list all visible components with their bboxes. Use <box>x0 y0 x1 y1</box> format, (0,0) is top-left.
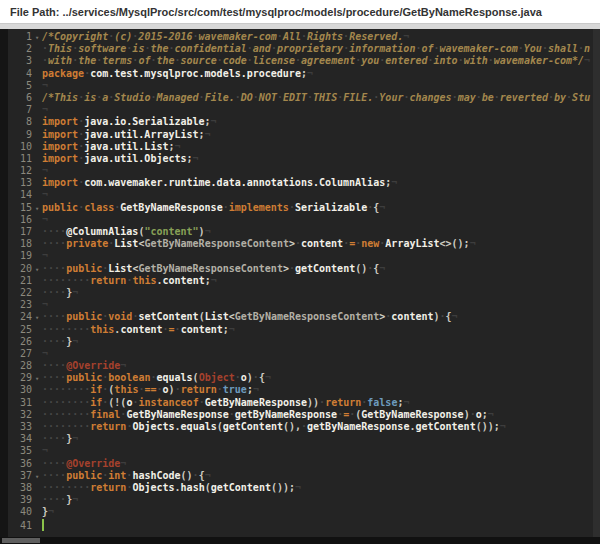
code-line[interactable]: 41 <box>8 519 600 531</box>
code-line[interactable]: 4package·com.test.mysqlproc.models.proce… <box>8 68 600 80</box>
code-token: return <box>90 421 126 432</box>
code-line[interactable]: 31········if·(!(o·instanceof·GetByNameRe… <box>8 397 600 409</box>
code-line[interactable]: 1▾/*Copyright·(c)·2015-2016·wavemaker-co… <box>8 31 600 43</box>
scrollbar-corner <box>2 538 40 543</box>
eol-marker: ¬ <box>205 129 211 140</box>
code-line[interactable]: 22····}¬ <box>8 287 600 299</box>
code-token: this <box>132 275 156 286</box>
code-token: This <box>48 43 72 54</box>
line-number: 32 <box>8 409 32 421</box>
code-line[interactable]: 9import·java.util.ArrayList;¬ <box>8 129 600 141</box>
code-token: (c) <box>114 31 132 42</box>
eol-marker: ¬ <box>120 360 126 371</box>
code-token: @Override <box>66 360 120 371</box>
code-token: "content" <box>144 226 198 237</box>
code-line[interactable]: 11import·java.util.Objects;¬ <box>8 153 600 165</box>
eol-marker: ¬ <box>42 104 48 115</box>
code-line[interactable]: 7¬ <box>8 104 600 116</box>
eol-marker: ¬ <box>42 214 48 225</box>
code-token: license <box>253 55 295 66</box>
code-token: Objects <box>132 421 174 432</box>
code-token: List <box>114 238 138 249</box>
line-number: 28 <box>8 360 32 372</box>
code-token: information <box>349 43 415 54</box>
code-line[interactable]: 19¬ <box>8 250 600 262</box>
code-line[interactable]: 39····}¬ <box>8 494 600 506</box>
code-line[interactable]: 28····@Override¬ <box>8 360 600 372</box>
code-token: EDIT <box>283 92 307 103</box>
code-line[interactable]: 34····}¬ <box>8 433 600 445</box>
code-token: if <box>90 397 102 408</box>
code-token: into <box>434 55 458 66</box>
code-line[interactable]: 18····private·List<GetByNameResponseCont… <box>8 238 600 250</box>
line-number: 27 <box>8 348 32 360</box>
code-token: () <box>355 263 367 274</box>
code-token: hashCode <box>132 470 180 481</box>
code-line[interactable]: 14¬ <box>8 189 600 201</box>
code-token: be <box>482 92 494 103</box>
code-line[interactable]: 24▾····public·void·setContent(List<GetBy… <box>8 311 600 323</box>
code-token: java.util.Objects <box>84 153 186 164</box>
code-token: confidential <box>175 43 247 54</box>
code-token: File. <box>205 92 235 103</box>
code-line[interactable]: 35¬ <box>8 445 600 457</box>
code-token: import <box>42 153 78 164</box>
vertical-scrollbar[interactable] <box>593 29 600 537</box>
code-line[interactable]: 3·with·the·terms·of·the·source·code·lice… <box>8 55 600 67</box>
code-token: Serializable <box>295 202 367 213</box>
code-token: getContent <box>223 421 283 432</box>
gutter-edge-strip <box>0 29 8 537</box>
code-line[interactable]: 36····@Override¬ <box>8 458 600 470</box>
code-line[interactable]: 26····}¬ <box>8 336 600 348</box>
eol-marker: ¬ <box>295 482 301 493</box>
code-line[interactable]: 32········final·GetByNameResponse·getByN… <box>8 409 600 421</box>
code-line[interactable]: 15▾public·class·GetByNameResponse·implem… <box>8 202 600 214</box>
code-line[interactable]: 6/*This·is·a·Studio·Managed·File.·DO·NOT… <box>8 92 600 104</box>
line-number: 26 <box>8 336 32 348</box>
file-path-text: File Path: ../services/MysqlProc/src/com… <box>10 6 542 18</box>
eol-marker: ¬ <box>307 68 313 79</box>
code-line[interactable]: 38········return·Objects.hash(getContent… <box>8 482 600 494</box>
code-line[interactable]: 13import·com.wavemaker.runtime.data.anno… <box>8 177 600 189</box>
code-line[interactable]: 12¬ <box>8 165 600 177</box>
fold-arrow-icon[interactable]: ▾ <box>32 203 42 215</box>
code-line[interactable]: 30········if·(this·==·o)·return·true;¬ <box>8 384 600 396</box>
code-line[interactable]: 10import·java.util.List;¬ <box>8 141 600 153</box>
text-cursor <box>42 519 44 531</box>
code-line[interactable]: 23¬ <box>8 299 600 311</box>
code-line[interactable]: 27¬ <box>8 348 600 360</box>
code-line[interactable]: 40}¬ <box>8 506 600 518</box>
code-line[interactable]: 25········this.content·=·content;¬ <box>8 324 600 336</box>
code-line[interactable]: 2·This·software·is·the·confidential·and·… <box>8 43 600 55</box>
code-editor[interactable]: 1▾/*Copyright·(c)·2015-2016·wavemaker-co… <box>0 29 600 544</box>
code-token: class <box>84 202 114 213</box>
line-number: 18 <box>8 238 32 250</box>
code-token: final <box>90 409 120 420</box>
code-line[interactable]: 33········return·Objects.equals(getConte… <box>8 421 600 433</box>
line-number: 30 <box>8 384 32 396</box>
code-token: THIS <box>313 92 337 103</box>
code-token: implements <box>229 202 289 213</box>
code-line[interactable]: 29▾····public·boolean·equals(Object·o)·{… <box>8 372 600 384</box>
line-number: 14 <box>8 189 32 201</box>
code-token: Objects <box>132 482 174 493</box>
line-number: 9 <box>8 129 32 141</box>
code-line[interactable]: 17····@ColumnAlias("content")¬ <box>8 226 600 238</box>
code-line[interactable]: 16¬ <box>8 214 600 226</box>
code-token: void <box>108 311 132 322</box>
code-line[interactable]: 20▾····public·List<GetByNameResponseCont… <box>8 263 600 275</box>
code-line[interactable]: 8import·java.io.Serializable;¬ <box>8 116 600 128</box>
code-token: Studio <box>114 92 150 103</box>
code-token: is <box>132 43 144 54</box>
eol-marker: ¬ <box>42 299 48 310</box>
code-line[interactable]: 21········return·this.content;¬ <box>8 275 600 287</box>
code-token: NOT <box>259 92 277 103</box>
code-area[interactable]: 1▾/*Copyright·(c)·2015-2016·wavemaker-co… <box>8 31 600 531</box>
code-line[interactable]: 37▾····public·int·hashCode()·{¬ <box>8 470 600 482</box>
code-token: FILE. <box>343 92 373 103</box>
eol-marker: ¬ <box>403 31 409 42</box>
code-line[interactable]: 5¬ <box>8 80 600 92</box>
fold-arrow-icon[interactable]: ▾ <box>32 264 42 276</box>
fold-arrow-icon[interactable]: ▾ <box>32 312 42 324</box>
horizontal-scrollbar[interactable] <box>0 537 600 544</box>
